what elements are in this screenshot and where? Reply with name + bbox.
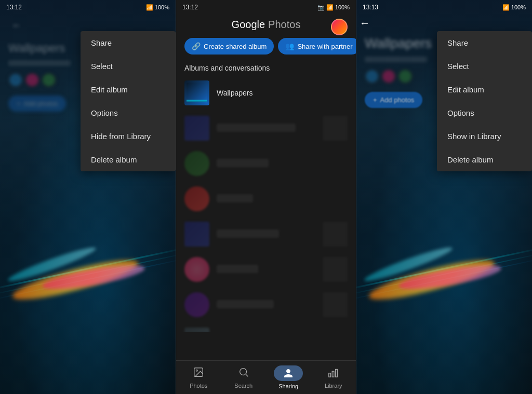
album-thumbnail-wallpaper: [184, 80, 209, 105]
back-button-right[interactable]: ←: [356, 15, 373, 31]
svg-rect-4: [329, 373, 331, 376]
avatar-r2: [381, 69, 396, 84]
menu-item-select-right[interactable]: Select: [437, 55, 532, 78]
album-thumbnail: [184, 222, 209, 247]
album-info: Wallpapers: [217, 89, 348, 97]
list-item[interactable]: [176, 216, 356, 252]
list-item[interactable]: [176, 322, 356, 332]
search-nav-label: Search: [234, 383, 252, 389]
photos-nav-icon: [193, 366, 204, 381]
right-panel: 13:13 📶 100% ← Wallpapers + Add: [356, 0, 532, 394]
album-info: [217, 229, 315, 239]
album-name-blur: [217, 229, 279, 238]
menu-item-options-right[interactable]: Options: [437, 101, 532, 125]
status-icons-left: 📶 100%: [146, 4, 169, 11]
svg-rect-6: [335, 369, 337, 377]
nav-item-search[interactable]: Search: [221, 362, 267, 393]
album-count-thumb: [323, 292, 348, 317]
photos-wordmark: Photos: [268, 19, 300, 31]
menu-item-hide-from-library[interactable]: Hide from Library: [81, 125, 176, 148]
status-bar-left: 13:12 📶 100%: [0, 0, 176, 15]
action-buttons-row: 🔗 Create shared album 👥 Share with partn…: [176, 35, 356, 60]
center-panel: 13:12 📷 📶 100% Google Photos 🔗 Create sh…: [176, 0, 356, 394]
section-title: Albums and conversations: [176, 60, 356, 75]
library-nav-icon: [328, 366, 339, 381]
svg-point-1: [196, 370, 198, 371]
nav-item-library[interactable]: Library: [311, 362, 356, 393]
album-info: [217, 159, 348, 168]
list-item[interactable]: [176, 181, 356, 216]
album-thumbnail: [184, 116, 209, 141]
album-count-thumb: [323, 257, 348, 282]
list-item[interactable]: [176, 146, 356, 181]
menu-item-delete-album-right[interactable]: Delete album: [437, 148, 532, 171]
sharing-nav-label: Sharing: [278, 383, 298, 389]
list-item[interactable]: Wallpapers: [176, 75, 356, 111]
time-center: 13:12: [182, 4, 198, 11]
time-left: 13:12: [6, 4, 22, 11]
google-wordmark: Google: [232, 19, 265, 31]
share-with-partner-button[interactable]: 👥 Share with partner: [278, 38, 356, 55]
add-photos-blur: + Add photos: [8, 96, 66, 112]
svg-point-2: [240, 368, 246, 375]
album-name-blur: [217, 159, 269, 167]
status-bar-center: 13:12 📷 📶 100%: [176, 0, 356, 15]
menu-item-edit-album-left[interactable]: Edit album: [81, 78, 176, 101]
profile-avatar[interactable]: [331, 19, 348, 35]
sharing-active-pill: [274, 365, 303, 381]
avatar-3: [42, 73, 56, 87]
album-thumbnail: [184, 292, 209, 317]
google-photos-logo: Google Photos: [232, 19, 301, 31]
back-button-left[interactable]: ←: [8, 17, 25, 33]
left-panel: 13:12 📶 100% ← Wallpapers + Add: [0, 0, 176, 394]
top-bar-right: ←: [356, 15, 532, 31]
status-icons-center: 📷 📶 100%: [317, 4, 350, 11]
album-count-thumb: [323, 116, 348, 141]
create-shared-album-button[interactable]: 🔗 Create shared album: [184, 38, 274, 55]
album-info: [217, 124, 315, 133]
album-info: [217, 194, 348, 203]
add-photos-icon: +: [373, 96, 377, 104]
nav-item-photos[interactable]: Photos: [176, 362, 221, 393]
avatar-2: [25, 73, 39, 87]
photos-nav-label: Photos: [190, 383, 207, 389]
status-icons-right: 📶 100%: [502, 4, 526, 11]
svg-rect-5: [332, 371, 334, 377]
bottom-navigation: Photos Search Sharing L: [176, 360, 356, 394]
album-thumbnail: [184, 328, 209, 332]
menu-item-options-left[interactable]: Options: [81, 101, 176, 125]
left-dropdown-menu: Share Select Edit album Options Hide fro…: [81, 31, 176, 171]
list-item[interactable]: [176, 252, 356, 287]
time-right: 13:13: [363, 4, 378, 11]
right-dropdown-menu: Share Select Edit album Options Show in …: [437, 31, 532, 171]
avatar-1: [8, 73, 23, 87]
menu-item-show-in-library[interactable]: Show in Library: [437, 125, 532, 148]
avatar-r1: [365, 69, 379, 84]
menu-item-share-left[interactable]: Share: [81, 31, 176, 55]
album-list: Wallpapers: [176, 75, 356, 332]
menu-item-delete-album-left[interactable]: Delete album: [81, 148, 176, 171]
album-count-thumb: [323, 222, 348, 247]
album-info: [217, 265, 315, 274]
list-item[interactable]: [176, 287, 356, 322]
menu-item-share-right[interactable]: Share: [437, 31, 532, 55]
album-thumbnail: [184, 186, 209, 211]
nav-item-sharing[interactable]: Sharing: [266, 361, 311, 393]
add-photos-label: Add photos: [380, 96, 415, 104]
album-name: Wallpapers: [217, 89, 348, 97]
album-name-blur: [217, 194, 253, 202]
menu-item-select-left[interactable]: Select: [81, 55, 176, 78]
album-thumbnail: [184, 151, 209, 176]
album-name-blur: [217, 265, 258, 273]
list-item[interactable]: [176, 111, 356, 146]
search-nav-icon: [238, 366, 249, 381]
share-partner-icon: 👥: [285, 42, 294, 50]
album-info: [217, 300, 315, 309]
library-nav-label: Library: [325, 383, 342, 389]
album-name-blur: [217, 124, 296, 132]
avatar-r3: [398, 69, 413, 84]
svg-line-3: [246, 374, 248, 376]
album-name-blur: [217, 300, 274, 308]
menu-item-edit-album-right[interactable]: Edit album: [437, 78, 532, 101]
app-header: Google Photos: [176, 15, 356, 35]
